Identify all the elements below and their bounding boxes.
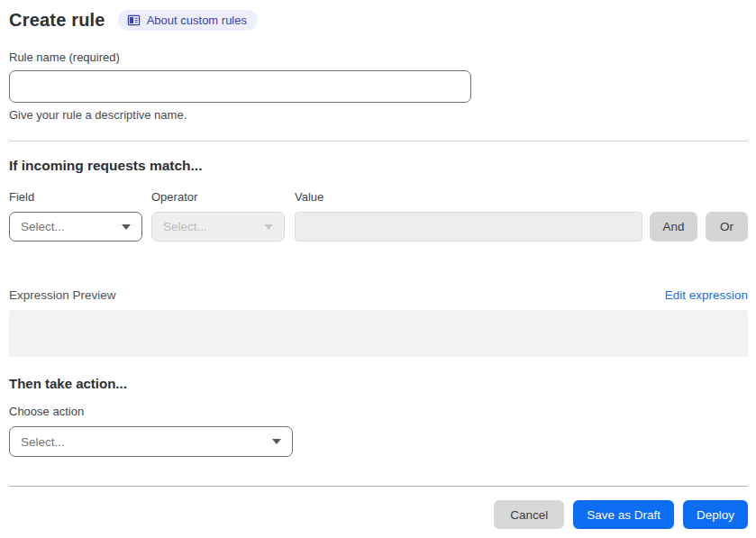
field-select[interactable]: Select... — [9, 212, 142, 242]
value-input[interactable] — [295, 212, 642, 242]
expression-preview-box — [9, 310, 748, 357]
rule-name-label: Rule name (required) — [9, 50, 748, 64]
create-rule-page: Create rule About custom rules Rule name… — [0, 0, 756, 529]
chevron-down-icon — [122, 224, 131, 230]
choose-action-select-value: Select... — [21, 435, 65, 449]
field-label: Field — [9, 190, 142, 204]
match-section-heading: If incoming requests match... — [9, 158, 748, 174]
field-select-value: Select... — [21, 220, 65, 233]
about-custom-rules-link[interactable]: About custom rules — [118, 10, 258, 31]
field-column: Field Select... — [9, 190, 142, 242]
footer-actions: Cancel Save as Draft Deploy — [9, 500, 748, 529]
deploy-button[interactable]: Deploy — [683, 500, 748, 529]
choose-action-label: Choose action — [9, 405, 748, 418]
rule-name-help-text: Give your rule a descriptive name. — [9, 108, 748, 122]
and-button[interactable]: And — [650, 212, 697, 242]
footer-divider — [9, 486, 748, 487]
or-button[interactable]: Or — [706, 212, 748, 242]
expression-header-row: Expression Preview Edit expression — [9, 288, 748, 302]
rule-name-input[interactable] — [9, 70, 471, 103]
action-section-heading: Then take action... — [9, 376, 748, 391]
match-condition-row: Field Select... Operator Select... Value… — [9, 190, 748, 242]
page-title: Create rule — [9, 10, 105, 31]
about-badge-label: About custom rules — [147, 14, 247, 27]
operator-label: Operator — [151, 190, 285, 204]
chevron-down-icon — [272, 439, 281, 444]
edit-expression-link[interactable]: Edit expression — [665, 288, 748, 302]
chevron-down-icon — [264, 224, 273, 230]
cancel-button[interactable]: Cancel — [494, 500, 564, 529]
section-divider — [9, 141, 748, 141]
book-icon — [127, 14, 141, 27]
save-as-draft-button[interactable]: Save as Draft — [573, 500, 674, 529]
operator-select[interactable]: Select... — [151, 212, 285, 242]
choose-action-select[interactable]: Select... — [9, 426, 293, 457]
page-header: Create rule About custom rules — [9, 7, 748, 32]
operator-column: Operator Select... — [151, 190, 285, 242]
expression-preview-label: Expression Preview — [9, 288, 116, 302]
operator-select-value: Select... — [163, 220, 207, 233]
value-label: Value — [295, 190, 642, 204]
value-column: Value — [295, 190, 642, 242]
